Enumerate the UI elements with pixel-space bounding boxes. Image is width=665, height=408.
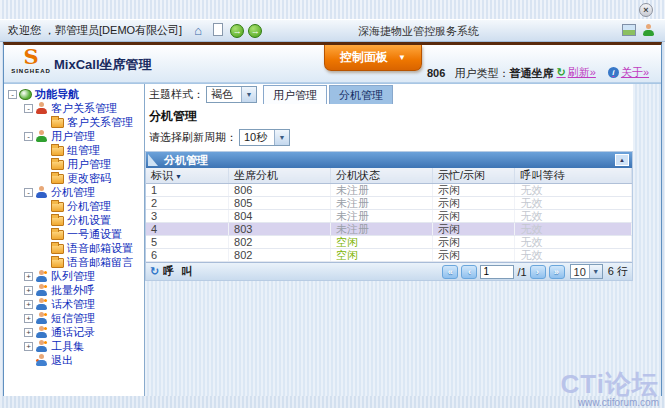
table-row[interactable]: 3 804 未注册 示闲 无效: [146, 210, 632, 223]
tree-expander-icon[interactable]: [24, 272, 33, 281]
table-row[interactable]: 2 805 未注册 示闲 无效: [146, 197, 632, 210]
refresh-period-label: 请选择刷新周期：: [149, 130, 237, 145]
refresh-link[interactable]: ↻ 刷新»: [557, 65, 596, 80]
last-page-icon[interactable]: »: [549, 265, 565, 279]
page-size-value: 10: [571, 266, 589, 278]
column-header-extension[interactable]: 坐席分机: [229, 168, 331, 184]
tree-expander-icon[interactable]: [24, 342, 33, 351]
cell-status: 未注册: [330, 197, 432, 210]
chevron-down-icon: ▼: [274, 130, 289, 145]
cell-id: 6: [146, 249, 229, 262]
tree-item[interactable]: 短信管理: [4, 311, 144, 325]
tab[interactable]: 用户管理: [263, 85, 327, 104]
tree-item-label: 分机管理: [51, 185, 95, 199]
cell-extension: 806: [229, 184, 331, 197]
collapse-icon[interactable]: ▲: [615, 154, 629, 166]
home-icon[interactable]: ⌂: [190, 23, 206, 39]
tree-item-icon: [51, 244, 64, 254]
first-page-icon[interactable]: «: [442, 265, 458, 279]
column-header-status[interactable]: 分机状态: [330, 168, 432, 184]
theme-select[interactable]: 褐色 ▼: [206, 86, 257, 103]
image-icon[interactable]: [622, 24, 636, 36]
tree-item[interactable]: 客户关系管理: [4, 115, 144, 129]
chevron-down-icon: ▼: [589, 265, 602, 278]
page-size-select[interactable]: 10 ▼: [570, 264, 603, 279]
tree-item-label: 通话记录: [51, 325, 95, 339]
tree-expander-icon[interactable]: [24, 300, 33, 309]
tree-item[interactable]: 队列管理: [4, 269, 144, 283]
table-row[interactable]: 6 802 空闲 示闲 无效: [146, 249, 632, 262]
extension-panel: 分机管理 ▲ 标识▼ 坐席分机 分机状态 示忙/: [145, 151, 633, 281]
tree-item[interactable]: 分机管理: [4, 199, 144, 213]
column-header-busy[interactable]: 示忙/示闲: [432, 168, 515, 184]
column-header-id[interactable]: 标识▼: [146, 168, 229, 184]
tree-expander-icon[interactable]: [24, 286, 33, 295]
tree-item-label: 短信管理: [51, 311, 95, 325]
tree-item[interactable]: 通话记录: [4, 325, 144, 339]
tree-item[interactable]: 工具集: [4, 339, 144, 353]
tree-item[interactable]: 分机管理: [4, 185, 144, 199]
close-icon[interactable]: ×: [639, 3, 653, 17]
tree-item[interactable]: 用户管理: [4, 129, 144, 143]
cell-id: 5: [146, 236, 229, 249]
tree-item-label: 用户管理: [67, 157, 111, 171]
tree-expander-icon[interactable]: [24, 104, 33, 113]
tree-item-icon: [51, 118, 64, 128]
tree-item[interactable]: 组管理: [4, 143, 144, 157]
tree-item[interactable]: 用户管理: [4, 157, 144, 171]
tree-item[interactable]: 语音邮箱留言: [4, 255, 144, 269]
logo-brand-text: SINGHEAD: [11, 68, 51, 74]
tree-expander-icon[interactable]: [24, 132, 33, 141]
cell-id: 2: [146, 197, 229, 210]
tree-expander-icon[interactable]: [24, 314, 33, 323]
tree-item-icon: [51, 202, 64, 212]
tree-item[interactable]: 退出: [4, 353, 144, 367]
tab[interactable]: 分机管理: [329, 85, 393, 104]
tree-expander-icon[interactable]: [24, 328, 33, 337]
tree-item[interactable]: 批量外呼: [4, 283, 144, 297]
next-page-icon[interactable]: ›: [530, 265, 546, 279]
about-link[interactable]: i 关于»: [608, 65, 649, 80]
tree-item[interactable]: 功能导航: [4, 87, 144, 101]
tree-item[interactable]: 话术管理: [4, 297, 144, 311]
cell-status: 未注册: [330, 184, 432, 197]
agent-id: 806: [427, 67, 445, 79]
tree-item[interactable]: 分机设置: [4, 213, 144, 227]
app-frame: S SINGHEAD MixCall坐席管理 控制面板 ▼ 806 用户类型：普…: [3, 42, 662, 396]
cell-status: 未注册: [330, 210, 432, 223]
column-header-id-label: 标识: [151, 169, 173, 181]
table-row[interactable]: 5 802 空闲 示闲 无效: [146, 236, 632, 249]
go-icon[interactable]: →: [230, 24, 244, 38]
cell-status: 空闲: [330, 249, 432, 262]
page-number-input[interactable]: [480, 265, 514, 279]
cell-id: 4: [146, 223, 229, 236]
table-row[interactable]: 1 806 未注册 示闲 无效: [146, 184, 632, 197]
table-body: 1 806 未注册 示闲 无效 2 805 未注册: [146, 184, 632, 262]
tree-item[interactable]: 语音邮箱设置: [4, 241, 144, 255]
toolbar-right-icons: [622, 24, 655, 36]
tree-item[interactable]: 更改密码: [4, 171, 144, 185]
control-panel-button[interactable]: 控制面板 ▼: [324, 45, 422, 71]
tree-item[interactable]: 客户关系管理: [4, 101, 144, 115]
column-header-wait[interactable]: 呼叫等待: [515, 168, 632, 184]
tree-item-label: 退出: [51, 353, 73, 367]
tree-item[interactable]: 一号通设置: [4, 227, 144, 241]
person-icon[interactable]: [642, 24, 655, 36]
cell-extension: 802: [229, 249, 331, 262]
table-row[interactable]: 4 803 未注册 示闲 无效: [146, 223, 632, 236]
tree-expander-icon[interactable]: [8, 90, 17, 99]
page-title: MixCall坐席管理: [54, 56, 152, 74]
tree-expander-icon[interactable]: [24, 188, 33, 197]
chevron-down-icon: ▼: [398, 53, 406, 62]
tree-item-icon: [35, 102, 48, 114]
call-button[interactable]: 呼 叫: [163, 264, 194, 279]
cell-wait: 无效: [515, 223, 632, 236]
cell-busy: 示闲: [432, 249, 515, 262]
prev-page-icon[interactable]: ‹: [461, 265, 477, 279]
go-icon[interactable]: →: [248, 24, 262, 38]
document-icon[interactable]: [210, 23, 226, 39]
refresh-period-select[interactable]: 10秒 ▼: [239, 129, 290, 146]
refresh-icon[interactable]: ↻: [150, 265, 159, 278]
tree-item-icon: [35, 326, 48, 338]
top-toolbar: 欢迎您 ，郭管理员[DEMO有限公司] ⌂ → → 深海捷物业管控服务系统: [0, 19, 665, 42]
